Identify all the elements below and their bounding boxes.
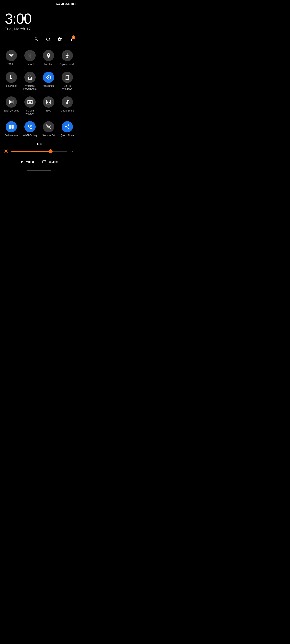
tile-autorotate[interactable]: Auto rotate <box>39 69 58 94</box>
music-share-circle <box>62 96 73 108</box>
search-button[interactable] <box>33 36 40 43</box>
tile-wifi[interactable]: Wi-Fi <box>2 47 21 69</box>
flashlight-circle <box>6 72 17 83</box>
svg-rect-0 <box>11 76 11 76</box>
music-share-label: Music Share <box>60 109 74 112</box>
wifi-calling-label: Wi-Fi Calling <box>23 134 37 137</box>
dolby-atmos-icon <box>9 124 14 130</box>
wireless-powershare-label: Wireless PowerShare <box>22 84 39 91</box>
bluetooth-icon <box>27 53 33 58</box>
network-type: 5G <box>56 2 60 6</box>
scan-qr-circle <box>6 96 17 108</box>
nfc-circle <box>43 96 54 108</box>
devices-icon <box>42 160 46 164</box>
wireless-powershare-circle <box>24 72 36 83</box>
autorotate-circle <box>43 72 54 83</box>
devices-label: Devices <box>48 160 58 164</box>
media-play-icon <box>20 160 24 164</box>
battery-percent: 66% <box>65 2 70 6</box>
tile-wireless-powershare[interactable]: Wireless PowerShare <box>21 69 40 94</box>
page-dots <box>0 140 79 147</box>
media-label: Media <box>26 160 34 164</box>
quick-share-icon <box>65 124 70 130</box>
page-dot-1[interactable] <box>37 143 39 145</box>
tile-music-share[interactable]: Music Share <box>58 94 77 118</box>
link-windows-label: Link to Windows <box>59 84 76 91</box>
scan-qr-icon <box>9 99 14 105</box>
signal-info: 5G <box>56 2 64 6</box>
battery-icon <box>71 3 75 5</box>
link-windows-icon <box>65 74 70 80</box>
tile-airplane[interactable]: Airplane mode <box>58 47 77 69</box>
tile-quick-share[interactable]: Quick Share <box>58 118 77 140</box>
quick-tiles-grid: Wi-Fi Bluetooth Location Airplane mode <box>0 45 79 140</box>
tile-screen-recorder[interactable]: Screen recorder <box>21 94 40 118</box>
brightness-fill <box>11 151 51 152</box>
scan-qr-label: Scan QR code <box>4 109 19 112</box>
autorotate-icon <box>46 74 51 80</box>
screen-recorder-icon <box>27 99 33 105</box>
brightness-icon <box>3 148 9 154</box>
bluetooth-circle <box>24 50 36 61</box>
tile-link-windows[interactable]: Link to Windows <box>58 69 77 94</box>
location-icon <box>46 53 51 58</box>
nfc-label: NFC <box>46 109 51 112</box>
tile-bluetooth[interactable]: Bluetooth <box>21 47 40 69</box>
chevron-down-icon <box>71 149 75 153</box>
wifi-icon <box>9 53 14 58</box>
settings-icon <box>57 37 62 42</box>
menu-button[interactable]: N <box>68 36 75 43</box>
tile-nfc[interactable]: NFC <box>39 94 58 118</box>
link-windows-circle <box>62 72 73 83</box>
brightness-track[interactable] <box>11 151 67 152</box>
power-icon <box>46 37 51 42</box>
bluetooth-label: Bluetooth <box>25 63 35 66</box>
media-button[interactable]: Media <box>16 158 38 166</box>
settings-button[interactable] <box>56 36 64 43</box>
svg-line-5 <box>47 124 51 129</box>
clock-section: 3:00 Tue, March 17 <box>0 7 79 32</box>
signal-bars <box>61 3 64 5</box>
tile-scan-qr[interactable]: Scan QR code <box>2 94 21 118</box>
airplane-label: Airplane mode <box>59 63 75 66</box>
svg-rect-3 <box>9 125 11 129</box>
wifi-label: Wi-Fi <box>9 63 14 66</box>
location-circle <box>43 50 54 61</box>
brightness-thumb[interactable] <box>49 149 53 153</box>
music-share-icon <box>65 99 70 105</box>
dolby-atmos-label: Dolby Atmos <box>5 134 18 137</box>
page-dot-2[interactable] <box>40 143 42 145</box>
status-bar: 5G 66% <box>0 0 79 7</box>
power-button[interactable] <box>44 36 52 43</box>
clock-date: Tue, March 17 <box>5 27 74 32</box>
bottom-bar: Media Devices <box>0 156 79 170</box>
tile-location[interactable]: Location <box>39 47 58 69</box>
toolbar: N <box>0 32 79 45</box>
autorotate-label: Auto rotate <box>43 84 55 88</box>
search-icon <box>34 37 39 42</box>
svg-rect-2 <box>11 75 11 75</box>
devices-button[interactable]: Devices <box>38 158 63 166</box>
wireless-powershare-icon <box>27 74 33 80</box>
airplane-circle <box>62 50 73 61</box>
sensors-off-icon <box>46 124 51 130</box>
quick-share-circle <box>62 121 73 132</box>
sensors-off-label: Sensors Off <box>42 134 55 137</box>
notification-badge: N <box>72 36 75 39</box>
clock-time: 3:00 <box>5 12 74 26</box>
brightness-expand-button[interactable] <box>70 148 75 154</box>
quick-share-label: Quick Share <box>61 134 74 137</box>
tile-dolby-atmos[interactable]: Dolby Atmos <box>2 118 21 140</box>
brightness-row <box>0 147 79 156</box>
airplane-icon <box>65 53 70 58</box>
wifi-calling-circle <box>24 121 36 132</box>
wifi-circle <box>6 50 17 61</box>
flashlight-icon <box>9 74 14 80</box>
screen-recorder-circle <box>24 96 36 108</box>
nfc-icon <box>46 99 51 105</box>
tile-wifi-calling[interactable]: Wi-Fi Calling <box>21 118 40 140</box>
flashlight-label: Flashlight <box>6 84 17 88</box>
tile-sensors-off[interactable]: Sensors Off <box>39 118 58 140</box>
screen-recorder-label: Screen recorder <box>22 109 39 116</box>
tile-flashlight[interactable]: Flashlight <box>2 69 21 94</box>
